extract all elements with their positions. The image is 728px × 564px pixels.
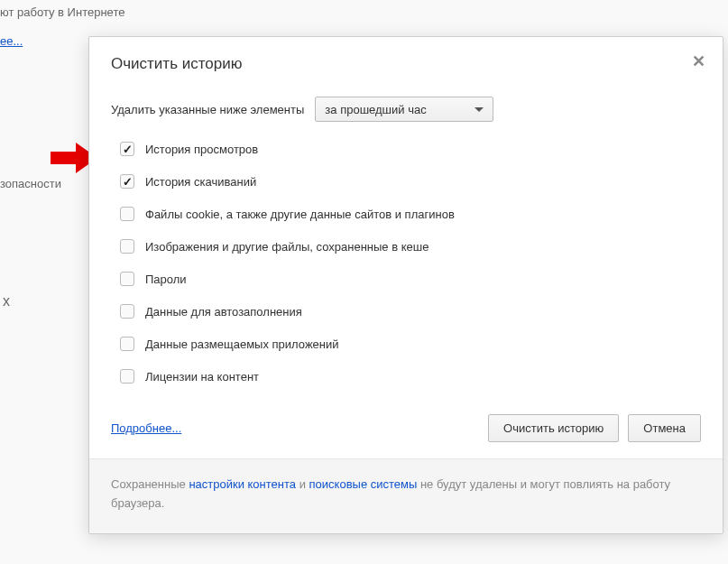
clear-history-button[interactable]: Очистить историю [488, 414, 619, 442]
check-row: Лицензии на контент [120, 369, 701, 384]
check-row: Данные размещаемых приложений [120, 337, 701, 351]
time-range-label: Удалить указанные ниже элементы [111, 103, 304, 116]
check-row: История просмотров [120, 142, 701, 156]
clear-history-dialog: Очистить историю ✕ Удалить указанные ниж… [88, 36, 723, 534]
checkbox[interactable] [120, 207, 134, 221]
bg-text: ют работу в Интернете [0, 5, 124, 19]
checkbox-list: История просмотровИстория скачиванийФайл… [111, 142, 701, 384]
close-button[interactable]: ✕ [690, 53, 706, 69]
checkbox-label: Данные размещаемых приложений [145, 337, 339, 351]
dialog-body: Удалить указанные ниже элементы за проше… [89, 80, 723, 394]
checkbox[interactable] [120, 337, 134, 351]
checkbox-label: История скачиваний [145, 175, 256, 189]
checkbox[interactable] [120, 174, 134, 189]
checkbox-label: История просмотров [145, 143, 258, 156]
checkbox-label: Файлы cookie, а также другие данные сайт… [145, 208, 455, 221]
dialog-header: Очистить историю ✕ [89, 37, 723, 80]
checkbox-label: Изображения и другие файлы, сохраненные … [145, 240, 429, 254]
cancel-button[interactable]: Отмена [628, 414, 701, 442]
checkbox[interactable] [120, 304, 134, 319]
chevron-down-icon [475, 107, 484, 112]
content-settings-link[interactable]: настройки контента [189, 477, 296, 491]
checkbox[interactable] [120, 369, 134, 384]
action-buttons: Очистить историю Отмена [488, 414, 701, 442]
dialog-actions: Подробнее... Очистить историю Отмена [89, 394, 723, 458]
close-icon: ✕ [692, 51, 705, 71]
check-row: Пароли [120, 272, 701, 286]
learn-more-link[interactable]: Подробнее... [111, 421, 181, 435]
checkbox[interactable] [120, 142, 134, 156]
check-row: История скачиваний [120, 174, 701, 189]
dialog-title: Очистить историю [111, 55, 701, 73]
check-row: Изображения и другие файлы, сохраненные … [120, 239, 701, 254]
time-range-dropdown[interactable]: за прошедший час [315, 97, 493, 122]
search-engines-link[interactable]: поисковые системы [309, 477, 418, 491]
annotation-arrow-icon [51, 143, 87, 170]
time-range-row: Удалить указанные ниже элементы за проше… [111, 97, 701, 122]
dropdown-value: за прошедший час [325, 103, 426, 116]
checkbox-label: Лицензии на контент [145, 370, 259, 384]
check-row: Данные для автозаполнения [120, 304, 701, 319]
checkbox[interactable] [120, 239, 134, 254]
checkbox-label: Данные для автозаполнения [145, 305, 302, 319]
check-row: Файлы cookie, а также другие данные сайт… [120, 207, 701, 221]
footer-text: и [296, 477, 309, 491]
bg-text-2: зопасности [0, 177, 61, 190]
checkbox-label: Пароли [145, 273, 187, 286]
dialog-footer: Сохраненные настройки контента и поисков… [89, 458, 723, 533]
checkbox[interactable] [120, 272, 134, 286]
footer-text: Сохраненные [111, 477, 189, 491]
bg-link[interactable]: ее... [0, 34, 23, 48]
bg-text-3: х [3, 293, 10, 310]
